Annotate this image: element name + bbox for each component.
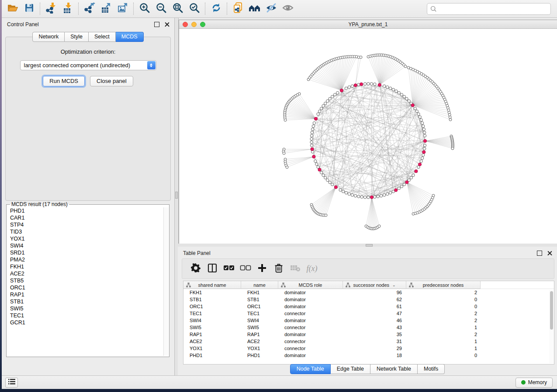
export-table-button[interactable] xyxy=(98,1,114,16)
zoom-selected-button[interactable] xyxy=(186,1,203,16)
new-network-from-selection-button[interactable] xyxy=(230,1,246,16)
network-hub-node[interactable] xyxy=(405,181,408,184)
cell-predecessor-nodes[interactable]: 1 xyxy=(406,345,481,352)
cell-MCDS-role[interactable]: dominator xyxy=(278,331,343,338)
cell-MCDS-role[interactable]: dominator xyxy=(278,317,343,324)
cell-name[interactable]: RAP1 xyxy=(241,331,278,338)
cell-MCDS-role[interactable]: connector xyxy=(278,324,343,331)
result-item[interactable]: FKH1 xyxy=(8,263,163,270)
cell-name[interactable]: YOX1 xyxy=(241,345,278,352)
result-item[interactable]: SWI4 xyxy=(8,242,163,249)
cell-shared-name[interactable]: YOX1 xyxy=(183,345,241,352)
float-panel-icon[interactable] xyxy=(537,251,542,256)
table-row[interactable]: TEC1TEC1connector472 xyxy=(183,310,554,317)
network-hub-node[interactable] xyxy=(314,117,317,120)
mcds-result-list[interactable]: PHD1CAR1STP4TID3YOX1SWI4SRD1PMA2FKH1ACE2… xyxy=(8,207,163,356)
cell-shared-name[interactable]: FKH1 xyxy=(183,289,241,296)
export-image-button[interactable] xyxy=(114,1,131,16)
cell-successor-nodes[interactable]: 47 xyxy=(343,310,406,317)
cell-MCDS-role[interactable]: connector xyxy=(278,310,343,317)
zoom-out-button[interactable] xyxy=(153,1,170,16)
network-hub-node[interactable] xyxy=(394,189,398,192)
network-canvas[interactable] xyxy=(179,29,557,244)
cell-successor-nodes[interactable]: 96 xyxy=(343,289,406,296)
network-hub-node[interactable] xyxy=(411,103,414,107)
network-hub-node[interactable] xyxy=(370,196,373,199)
network-hub-node[interactable] xyxy=(340,89,343,92)
table-row[interactable]: RAP1RAP1dominator352 xyxy=(183,331,554,338)
table-row[interactable]: YOX1YOX1connector291 xyxy=(183,345,554,352)
cell-predecessor-nodes[interactable]: 1 xyxy=(406,324,481,331)
cell-name[interactable]: SWI4 xyxy=(241,317,278,324)
tab-style[interactable]: Style xyxy=(65,32,89,42)
table-row[interactable]: SWI4SWI4dominator462 xyxy=(183,317,554,324)
search-field[interactable] xyxy=(427,3,551,15)
cell-name[interactable]: SWI5 xyxy=(241,324,278,331)
tab-mcds[interactable]: MCDS xyxy=(116,32,144,42)
cell-MCDS-role[interactable]: dominator xyxy=(278,289,343,296)
cell-successor-nodes[interactable]: 43 xyxy=(343,324,406,331)
cell-successor-nodes[interactable]: 18 xyxy=(343,352,406,359)
table-row[interactable]: ACE2ACE2connector311 xyxy=(183,338,554,345)
cell-predecessor-nodes[interactable]: 2 xyxy=(406,331,481,338)
cell-successor-nodes[interactable]: 29 xyxy=(343,345,406,352)
tab-select[interactable]: Select xyxy=(89,32,116,42)
result-item[interactable]: PMA2 xyxy=(8,256,163,263)
result-item[interactable]: PHD1 xyxy=(8,207,163,214)
table-row[interactable]: FKH1FKH1dominator962 xyxy=(183,289,554,296)
table-row[interactable]: SWI5SWI5connector431 xyxy=(183,324,554,331)
cell-name[interactable]: STB1 xyxy=(241,296,278,303)
cell-successor-nodes[interactable]: 61 xyxy=(343,303,406,310)
add-column-button[interactable] xyxy=(254,261,270,277)
result-item[interactable]: STP4 xyxy=(8,221,163,228)
cell-MCDS-role[interactable]: connector xyxy=(278,338,343,345)
column-header-predecessor-nodes[interactable]: predecessor nodes xyxy=(406,281,481,289)
cell-shared-name[interactable]: ORC1 xyxy=(183,303,241,310)
close-panel-button[interactable]: Close panel xyxy=(90,76,133,86)
result-item[interactable]: TID3 xyxy=(8,228,163,235)
result-item[interactable]: STB5 xyxy=(8,277,163,284)
tab-motifs[interactable]: Motifs xyxy=(418,364,445,374)
result-scrollbar[interactable] xyxy=(163,207,169,356)
cell-successor-nodes[interactable]: 31 xyxy=(343,338,406,345)
table-row[interactable]: ORC1ORC1dominator610 xyxy=(183,303,554,310)
close-panel-icon[interactable] xyxy=(165,22,170,27)
select-all-button[interactable] xyxy=(221,261,237,277)
table-row[interactable]: PHD1PHD1dominator180 xyxy=(183,352,554,359)
cell-successor-nodes[interactable]: 62 xyxy=(343,296,406,303)
save-session-button[interactable] xyxy=(21,1,38,16)
close-panel-icon[interactable] xyxy=(547,251,553,256)
tab-network-table[interactable]: Network Table xyxy=(370,364,418,374)
cell-predecessor-nodes[interactable]: 1 xyxy=(406,338,481,345)
tab-node-table[interactable]: Node Table xyxy=(290,364,331,374)
show-columns-button[interactable] xyxy=(204,261,221,277)
table-row[interactable]: STB1STB1dominator620 xyxy=(183,296,554,303)
cell-shared-name[interactable]: PHD1 xyxy=(183,352,241,359)
network-hub-node[interactable] xyxy=(354,84,357,87)
cell-shared-name[interactable]: ACE2 xyxy=(183,338,241,345)
network-hub-node[interactable] xyxy=(422,151,426,154)
result-item[interactable]: STB1 xyxy=(8,298,163,305)
cell-predecessor-nodes[interactable]: 2 xyxy=(406,289,481,296)
criterion-dropdown[interactable]: largest connected component (undirected) xyxy=(20,60,156,70)
cell-successor-nodes[interactable]: 46 xyxy=(343,317,406,324)
cell-shared-name[interactable]: SWI5 xyxy=(183,324,241,331)
result-item[interactable]: ORC1 xyxy=(8,284,163,291)
cell-name[interactable]: FKH1 xyxy=(241,289,278,296)
column-header-name[interactable]: name xyxy=(241,281,278,289)
export-network-button[interactable] xyxy=(81,1,98,16)
result-item[interactable]: YOX1 xyxy=(8,235,163,242)
float-panel-icon[interactable] xyxy=(154,22,159,27)
zoom-in-button[interactable] xyxy=(136,1,153,16)
task-history-button[interactable] xyxy=(5,378,18,388)
search-input[interactable] xyxy=(439,4,550,14)
column-header-MCDS-role[interactable]: MCDS role xyxy=(278,281,343,289)
result-item[interactable]: SRD1 xyxy=(8,249,163,256)
scrollbar-thumb[interactable] xyxy=(550,291,553,330)
network-hub-node[interactable] xyxy=(334,186,337,189)
cell-MCDS-role[interactable]: dominator xyxy=(278,296,343,303)
cell-name[interactable]: TEC1 xyxy=(241,310,278,317)
network-hub-node[interactable] xyxy=(378,83,381,86)
first-neighbors-button[interactable] xyxy=(246,1,263,16)
cell-MCDS-role[interactable]: dominator xyxy=(278,352,343,359)
